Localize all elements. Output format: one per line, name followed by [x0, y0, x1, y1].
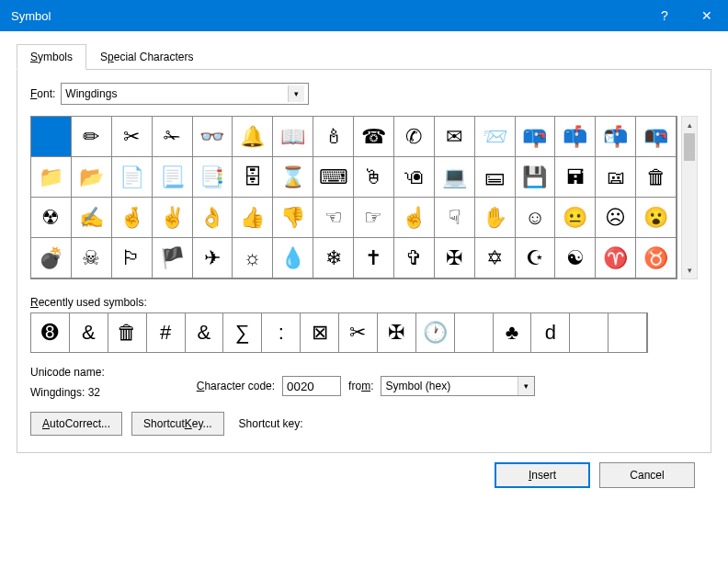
symbol-cell[interactable]: ✍ [72, 198, 112, 238]
symbol-cell[interactable]: 📖 [273, 117, 313, 157]
recent-symbol-cell[interactable]: # [147, 313, 186, 352]
symbol-cell[interactable]: 📄 [112, 157, 153, 198]
symbol-cell[interactable]: 🗄 [233, 157, 273, 198]
symbol-cell[interactable]: 📬 [596, 117, 636, 157]
symbol-cell[interactable]: ✌ [153, 198, 193, 238]
tab-special-characters[interactable]: Special Characters [86, 44, 207, 69]
recent-symbol-cell[interactable]: ♣ [494, 313, 532, 352]
recent-symbol-cell[interactable] [609, 313, 647, 352]
symbol-cell[interactable]: 😐 [555, 198, 596, 238]
symbol-cell[interactable]: ☹ [596, 198, 636, 238]
scroll-thumb[interactable] [684, 133, 695, 161]
recent-symbol-cell[interactable]: : [262, 313, 301, 352]
symbol-cell[interactable]: ☼ [233, 238, 273, 278]
window-title: Symbol [11, 9, 643, 23]
symbol-cell[interactable]: ✂ [112, 117, 153, 157]
symbol-cell[interactable]: ☪ [516, 238, 556, 278]
recent-symbol-cell[interactable] [570, 313, 609, 352]
symbol-cell[interactable]: 🖬 [555, 157, 596, 198]
symbol-cell[interactable]: ✏ [72, 117, 112, 157]
symbol-cell[interactable]: ☜ [313, 198, 354, 238]
recent-symbol-cell[interactable]: ✠ [378, 313, 416, 352]
recent-symbol-cell[interactable]: 🗑 [108, 313, 147, 352]
font-select[interactable]: Wingdings ▾ [61, 83, 309, 105]
scroll-up-icon[interactable]: ▴ [682, 117, 697, 133]
symbol-cell[interactable]: 🖰 [354, 157, 394, 198]
symbol-cell[interactable]: 🏴 [153, 238, 193, 278]
recent-symbol-cell[interactable]: 🕐 [416, 313, 455, 352]
symbol-cell[interactable]: 👌 [193, 198, 233, 238]
symbol-cell[interactable]: 💾 [516, 157, 556, 198]
symbol-cell[interactable]: 🖲 [394, 157, 435, 198]
symbol-cell[interactable]: 💻 [435, 157, 475, 198]
symbol-cell[interactable]: ☯ [555, 238, 596, 278]
symbol-cell[interactable]: 🖭 [596, 157, 636, 198]
symbol-cell[interactable]: ✝ [354, 238, 394, 278]
symbol-cell[interactable]: 👎 [273, 198, 313, 238]
symbol-cell[interactable]: ☝ [394, 198, 435, 238]
symbol-cell[interactable]: ✈ [193, 238, 233, 278]
recent-symbol-cell[interactable] [455, 313, 494, 352]
symbol-cell[interactable]: ☢ [31, 198, 72, 238]
tab-symbols[interactable]: Symbols [17, 44, 86, 70]
autocorrect-button[interactable]: AutoCorrect... [30, 412, 122, 436]
symbol-cell[interactable]: 👍 [233, 198, 273, 238]
insert-button[interactable]: Insert [495, 462, 590, 488]
recent-symbol-cell[interactable]: ∑ [223, 313, 262, 352]
recent-symbol-cell[interactable]: & [186, 313, 224, 352]
symbol-cell[interactable]: 🖴 [475, 157, 516, 198]
cancel-button[interactable]: Cancel [599, 462, 695, 488]
recent-symbol-cell[interactable]: ⊠ [301, 313, 339, 352]
symbol-cell[interactable]: ☞ [354, 198, 394, 238]
symbol-cell[interactable]: ✉ [435, 117, 475, 157]
symbol-cell[interactable]: ✁ [153, 117, 193, 157]
chevron-down-icon[interactable]: ▾ [288, 85, 304, 102]
symbol-cell[interactable]: 🔔 [233, 117, 273, 157]
symbol-cell[interactable]: 📪 [516, 117, 556, 157]
scrollbar[interactable]: ▴ ▾ [681, 116, 698, 279]
symbol-cell[interactable] [31, 117, 72, 157]
symbol-cell[interactable]: ☺ [516, 198, 556, 238]
recent-symbol-cell[interactable]: ✂ [339, 313, 378, 352]
symbol-cell[interactable]: 📭 [636, 117, 677, 157]
symbol-cell[interactable]: 🏳 [112, 238, 153, 278]
symbol-cell[interactable]: 📫 [555, 117, 596, 157]
symbol-cell[interactable]: 💣 [31, 238, 72, 278]
shortcut-key-button[interactable]: Shortcut Key... [131, 412, 224, 436]
symbol-cell[interactable]: ♈ [596, 238, 636, 278]
symbol-cell[interactable]: ⌨ [313, 157, 354, 198]
symbol-cell[interactable]: ✆ [394, 117, 435, 157]
chevron-down-icon[interactable]: ▾ [518, 377, 534, 395]
symbol-cell[interactable]: 📑 [193, 157, 233, 198]
symbol-grid: ✏✂✁👓🔔📖🕯☎✆✉📨📪📫📬📭📁📂📄📃📑🗄⌛⌨🖰🖲💻🖴💾🖬🖭🗑☢✍🤞✌👌👍👎☜☞… [30, 116, 677, 279]
symbol-cell[interactable]: 📨 [475, 117, 516, 157]
symbol-cell[interactable]: ✠ [435, 238, 475, 278]
symbol-cell[interactable]: 😮 [636, 198, 677, 238]
help-button[interactable]: ? [643, 0, 686, 31]
symbol-cell[interactable]: ⌛ [273, 157, 313, 198]
symbol-cell[interactable]: 📃 [153, 157, 193, 198]
symbol-cell[interactable]: ♉ [636, 238, 677, 278]
symbol-cell[interactable]: ✡ [475, 238, 516, 278]
symbol-cell[interactable]: 👓 [193, 117, 233, 157]
symbol-cell[interactable]: 📂 [72, 157, 112, 198]
symbol-cell[interactable]: ☎ [354, 117, 394, 157]
recent-symbol-cell[interactable]: & [70, 313, 108, 352]
symbol-cell[interactable]: ❄ [313, 238, 354, 278]
scroll-down-icon[interactable]: ▾ [682, 262, 697, 278]
symbol-cell[interactable]: 📁 [31, 157, 72, 198]
symbol-cell[interactable]: 🤞 [112, 198, 153, 238]
symbol-cell[interactable]: ✋ [475, 198, 516, 238]
symbol-cell[interactable]: 🗑 [636, 157, 677, 198]
close-button[interactable]: ✕ [686, 0, 728, 31]
recent-symbol-cell[interactable]: ➑ [31, 313, 70, 352]
char-code-input[interactable] [282, 376, 341, 396]
symbol-cell[interactable]: 💧 [273, 238, 313, 278]
symbol-cell[interactable]: 🕯 [313, 117, 354, 157]
from-select[interactable]: Symbol (hex) ▾ [381, 376, 535, 396]
scroll-track[interactable] [682, 133, 697, 262]
symbol-cell[interactable]: ✞ [394, 238, 435, 278]
symbol-cell[interactable]: ☠ [72, 238, 112, 278]
recent-symbol-cell[interactable]: d [531, 313, 570, 352]
symbol-cell[interactable]: ☟ [435, 198, 475, 238]
